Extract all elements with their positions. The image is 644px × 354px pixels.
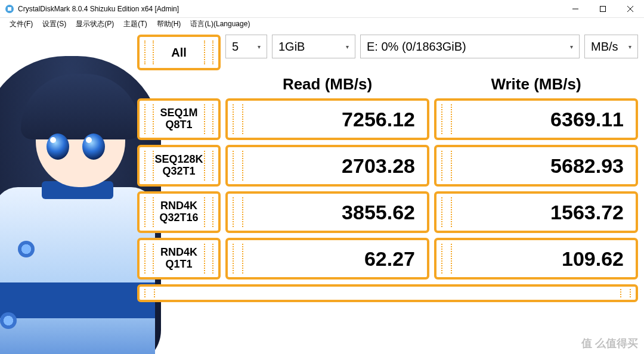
read-value-seq1m-q8t1: 7256.12: [225, 98, 429, 140]
test-size-value: 1GiB: [278, 40, 305, 54]
unit-select[interactable]: MB/s ▾: [584, 35, 638, 58]
window-title: CrystalDiskMark 8.0.4 Shizuku Edition x6…: [18, 5, 562, 13]
menu-language[interactable]: 语言(L)(Language): [185, 18, 255, 30]
write-value: 6369.11: [550, 108, 624, 131]
titlebar: CrystalDiskMark 8.0.4 Shizuku Edition x6…: [0, 0, 644, 18]
read-value: 3855.62: [342, 201, 415, 224]
drive-value: E: 0% (0/1863GiB): [367, 40, 466, 54]
test-label: SEQ128K Q32T1: [154, 154, 203, 178]
chevron-down-icon: ▾: [258, 44, 261, 50]
minimize-button[interactable]: [562, 0, 589, 18]
read-value: 62.27: [364, 247, 415, 271]
maximize-button[interactable]: [589, 0, 617, 18]
svg-rect-1: [8, 7, 11, 11]
menu-help[interactable]: 帮助(H): [152, 18, 186, 30]
titlebar-controls: [562, 0, 644, 18]
test-seq1m-q8t1-button[interactable]: SEQ1M Q8T1: [137, 98, 221, 140]
write-value-rnd4k-q32t16: 1563.72: [434, 191, 638, 233]
client-area: All 5 ▾ 1GiB ▾ E: 0% (0/1863GiB) ▾ MB/s …: [0, 30, 644, 354]
menu-display[interactable]: 显示状态(P): [71, 18, 119, 30]
test-size-select[interactable]: 1GiB ▾: [272, 35, 355, 58]
test-rnd4k-q1t1-button[interactable]: RND4K Q1T1: [137, 238, 221, 280]
test-seq128k-q32t1-button[interactable]: SEQ128K Q32T1: [137, 145, 221, 187]
run-all-label: All: [171, 46, 187, 59]
read-value-seq128k-q32t1: 2703.28: [225, 145, 429, 187]
chevron-down-icon: ▾: [628, 44, 631, 50]
status-bar: [137, 284, 638, 302]
unit-value: MB/s: [591, 40, 618, 54]
write-value: 1563.72: [550, 201, 624, 224]
chevron-down-icon: ▾: [346, 44, 349, 50]
svg-rect-3: [600, 6, 606, 11]
test-label: RND4K Q32T16: [159, 200, 198, 224]
menu-settings[interactable]: 设置(S): [38, 18, 71, 30]
read-value: 2703.28: [342, 154, 415, 178]
write-value-seq1m-q8t1: 6369.11: [434, 98, 638, 140]
test-count-select[interactable]: 5 ▾: [225, 35, 267, 58]
menu-theme[interactable]: 主题(T): [119, 18, 151, 30]
test-label: SEQ1M Q8T1: [160, 107, 197, 131]
benchmark-panel: All 5 ▾ 1GiB ▾ E: 0% (0/1863GiB) ▾ MB/s …: [137, 35, 638, 302]
run-all-button[interactable]: All: [137, 35, 221, 70]
read-header: Read (MB/s): [225, 75, 429, 94]
read-value-rnd4k-q32t16: 3855.62: [225, 191, 429, 233]
test-label: RND4K Q1T1: [160, 247, 197, 271]
write-value: 109.62: [562, 247, 624, 271]
read-value: 7256.12: [342, 108, 415, 131]
write-value-seq128k-q32t1: 5682.93: [434, 145, 638, 187]
read-value-rnd4k-q1t1: 62.27: [225, 238, 429, 280]
write-value: 5682.93: [550, 154, 624, 178]
app-icon: [5, 4, 14, 14]
watermark: 值 么值得买: [581, 336, 638, 350]
menubar: 文件(F) 设置(S) 显示状态(P) 主题(T) 帮助(H) 语言(L)(La…: [0, 18, 644, 30]
minimize-icon: [572, 6, 578, 12]
drive-select[interactable]: E: 0% (0/1863GiB) ▾: [360, 35, 580, 58]
chevron-down-icon: ▾: [570, 44, 573, 50]
write-header: Write (MB/s): [434, 75, 638, 94]
column-headers: Read (MB/s) Write (MB/s): [137, 75, 638, 94]
menu-file[interactable]: 文件(F): [5, 18, 38, 30]
test-count-value: 5: [232, 40, 239, 54]
maximize-icon: [600, 6, 606, 12]
close-button[interactable]: [617, 0, 644, 18]
test-rnd4k-q32t16-button[interactable]: RND4K Q32T16: [137, 191, 221, 233]
close-icon: [627, 6, 633, 12]
write-value-rnd4k-q1t1: 109.62: [434, 238, 638, 280]
